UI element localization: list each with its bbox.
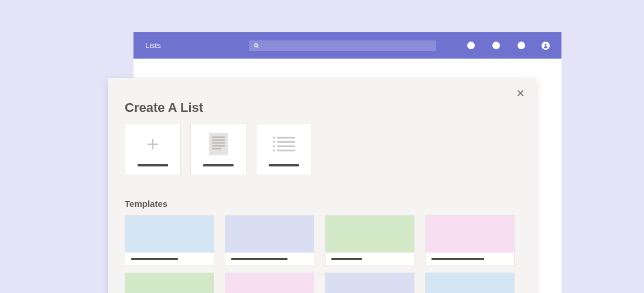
svg-point-19 [273,149,275,152]
template-label [431,258,484,260]
svg-rect-7 [209,133,228,155]
template-thumbnail [125,216,214,253]
option-blank-list[interactable] [125,124,181,175]
svg-rect-12 [212,148,221,149]
svg-point-0 [254,43,257,46]
option-label [203,164,234,166]
svg-line-1 [257,46,258,47]
templates-row-2 [125,272,515,293]
template-label [331,258,362,260]
close-icon [516,88,525,98]
template-thumbnail [326,273,414,293]
template-card[interactable] [325,272,415,293]
template-card[interactable] [225,272,314,293]
option-label [138,164,168,166]
template-card[interactable] [125,272,214,293]
svg-rect-18 [277,145,295,147]
option-page-list[interactable] [190,124,246,175]
svg-point-15 [273,141,275,144]
template-thumbnail [426,273,514,293]
header-action-3[interactable] [518,42,525,49]
template-card[interactable] [125,215,214,266]
template-thumbnail [426,216,514,253]
header-action-1[interactable] [467,42,475,49]
template-card[interactable] [425,272,515,293]
search-input[interactable] [249,40,436,51]
app-title: Lists [145,41,161,50]
header-bar: Lists [133,32,561,59]
svg-point-13 [273,137,275,139]
template-label [131,258,178,260]
svg-rect-11 [212,145,225,146]
modal-title: Create A List [125,100,203,115]
option-bulleted-list[interactable] [256,124,312,175]
svg-rect-16 [277,141,295,143]
template-card[interactable] [425,215,515,266]
svg-rect-9 [212,139,225,141]
option-label [269,164,299,166]
create-list-modal: Create A List [108,78,536,293]
template-thumbnail [125,273,214,293]
plus-icon [141,132,165,156]
create-options-row [125,124,312,175]
page-icon [207,132,230,156]
template-card[interactable] [325,215,415,266]
template-card[interactable] [225,215,314,266]
template-thumbnail [225,273,314,293]
svg-point-2 [544,43,546,45]
close-button[interactable] [516,88,525,100]
svg-point-17 [273,145,275,148]
templates-heading: Templates [125,199,167,209]
template-label [231,258,287,260]
template-thumbnail [326,216,414,253]
search-icon [254,43,259,49]
templates-row [125,215,515,266]
svg-rect-20 [277,150,295,152]
header-action-2[interactable] [492,42,500,49]
avatar[interactable] [542,42,550,50]
template-thumbnail [225,216,314,253]
bulleted-list-icon [272,132,296,156]
svg-rect-14 [277,137,295,139]
svg-rect-10 [212,142,225,144]
svg-rect-8 [212,137,225,138]
person-icon [543,43,549,49]
